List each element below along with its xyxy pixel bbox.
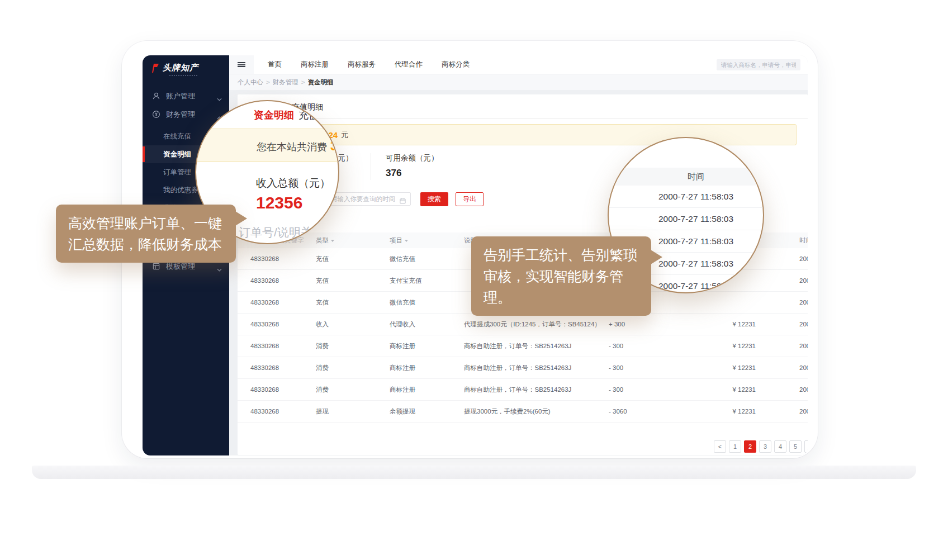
brand-slogan-dots: [169, 75, 197, 76]
finance-icon: [152, 110, 160, 118]
laptop-base: [32, 466, 916, 479]
cell-amount: - 300: [609, 379, 623, 401]
nav-item-home[interactable]: 首页: [258, 55, 291, 74]
chevron-down-icon: [217, 265, 222, 273]
cell-amount: - 3060: [609, 401, 627, 423]
cell-project: 商标注册: [390, 357, 415, 379]
cell-amount: + 300: [609, 314, 625, 335]
table-row[interactable]: 48330268 消费 商标注册 商标自助注册，订单号：SB2514263J -…: [238, 335, 808, 357]
breadcrumb: 个人中心>财务管理>资金明细: [229, 74, 808, 90]
cell-project: 商标注册: [390, 379, 415, 401]
callout-arrow-right-icon: [235, 211, 247, 226]
cell-type: 充值: [316, 248, 329, 270]
col-header-project[interactable]: 项目: [390, 232, 408, 248]
magnified-consumption-banner: 您在本站共消费32124元: [195, 129, 339, 162]
cell-type: 提现: [316, 401, 329, 423]
brand-logo[interactable]: 头牌知产: [143, 55, 229, 82]
cell-time: 2000-7-27 11:58:03: [799, 379, 808, 401]
cell-type: 收入: [316, 314, 329, 335]
cell-order: 48330268: [250, 292, 279, 314]
stat-label: 可用余额（元）: [386, 153, 439, 163]
cell-order: 48330268: [250, 379, 279, 401]
cell-desc: 商标自助注册，订单号：SB2514263J: [464, 379, 571, 401]
cell-balance: ¥ 12231: [718, 379, 756, 401]
sidebar-group-label: 财务管理: [166, 110, 195, 120]
cell-time: 2000-7-27 11:58:03: [799, 401, 808, 423]
time-query-input[interactable]: [326, 192, 411, 206]
cell-order: 48330268: [250, 314, 279, 335]
magnified-banner-prefix: 您在本站共消费: [257, 141, 327, 153]
nav-item-trademark-services[interactable]: 商标服务: [338, 55, 385, 74]
sidebar-group-label: 模板管理: [166, 262, 195, 272]
cell-desc: 代理提成300元（ID:1245，订单号：SB45124）: [464, 314, 601, 335]
hamburger-icon: [238, 61, 245, 68]
cell-time: 2000-7-27 11:58:03: [799, 314, 808, 335]
callout-right-line3: 理。: [484, 287, 639, 308]
magnified-tab-funds-detail: 资金明细: [254, 108, 294, 122]
cell-project: 代理收入: [390, 314, 415, 335]
breadcrumb-personal-center[interactable]: 个人中心: [238, 79, 263, 86]
breadcrumb-separator: >: [266, 79, 270, 86]
magnified-time-row: 2000-7-27 11:58:03: [609, 186, 763, 208]
cell-balance: ¥ 12231: [718, 401, 756, 423]
callout-left: 高效管理账户订单、一键 汇总数据，降低财务成本: [56, 205, 236, 263]
cell-project: 支付宝充值: [390, 270, 422, 292]
cell-time: 2000-7-27 11:58:03: [799, 357, 808, 379]
brand-logo-icon: [150, 63, 159, 73]
cell-order: 48330268: [250, 248, 279, 270]
sidebar-group-label: 账户管理: [166, 91, 195, 101]
table-row[interactable]: 48330268 提现 余额提现 提现3000元，手续费2%(60元) - 30…: [238, 401, 808, 423]
cell-type: 消费: [316, 357, 329, 379]
pagination: < 1 2 3 4 5: [714, 440, 808, 453]
nav-item-agent-cooperation[interactable]: 代理合作: [385, 55, 432, 74]
callout-right-line2: 审核，实现智能财务管: [484, 265, 639, 287]
cell-project: 微信充值: [390, 248, 415, 270]
cell-time: 2000-7-27 11:58:03: [799, 270, 808, 292]
breadcrumb-current: 资金明细: [307, 79, 333, 86]
breadcrumb-finance[interactable]: 财务管理: [273, 79, 298, 86]
sort-caret-icon: [405, 240, 408, 242]
magnified-time-header: 时间: [609, 168, 763, 186]
table-row[interactable]: 48330268 消费 商标注册 商标自助注册，订单号：SB2514263J -…: [238, 379, 808, 401]
sidebar-item-account-management[interactable]: 账户管理: [143, 87, 229, 105]
nav-item-trademark-classification[interactable]: 商标分类: [432, 55, 479, 74]
stat-available-balance: 可用余额（元） 376: [386, 150, 439, 179]
nav-item-trademark-registration[interactable]: 商标注册: [291, 55, 338, 74]
callout-left-line1: 高效管理账户订单、一键: [68, 212, 224, 234]
magnified-time-row: 2000-7-27 11:58:03: [609, 208, 763, 230]
cell-project: 微信充值: [390, 292, 415, 314]
magnified-income-label: 收入总额（元）: [256, 176, 330, 191]
cell-project: 余额提现: [390, 401, 415, 423]
page-prev-button[interactable]: <: [714, 440, 726, 453]
trademark-search-input[interactable]: [717, 59, 800, 70]
cell-balance: ¥ 12231: [718, 335, 756, 357]
cell-order: 48330268: [250, 357, 279, 379]
cell-order: 48330268: [250, 401, 279, 423]
page: 头牌知产 账户管理 财务管理: [0, 0, 948, 560]
template-icon: [152, 262, 160, 270]
cell-desc: 提现3000元，手续费2%(60元): [464, 401, 551, 423]
cell-balance: ¥ 12231: [718, 314, 756, 335]
table-row[interactable]: 48330268 收入 代理收入 代理提成300元（ID:1245，订单号：SB…: [238, 314, 808, 335]
calendar-icon[interactable]: [400, 196, 406, 206]
cell-desc: 商标自助注册，订单号：SB2514263J: [464, 357, 571, 379]
cell-project: 商标注册: [390, 335, 415, 357]
top-navbar: 首页 商标注册 商标服务 代理合作 商标分类: [229, 55, 808, 74]
page-button-1[interactable]: 1: [729, 440, 741, 453]
search-button[interactable]: 搜索: [420, 192, 448, 206]
page-button-3[interactable]: 3: [759, 440, 771, 453]
cell-order: 48330268: [250, 335, 279, 357]
table-row[interactable]: 48330268 消费 商标注册 商标自助注册，订单号：SB2514263J -…: [238, 357, 808, 379]
cell-order: 48330268: [250, 270, 279, 292]
cell-time: 2000-7-27 11:58:03: [799, 335, 808, 357]
sidebar-toggle-button[interactable]: [229, 55, 254, 74]
page-button-4[interactable]: 4: [774, 440, 786, 453]
cell-desc: 商标自助注册，订单号：SB2514263J: [464, 335, 571, 357]
banner-suffix: 元: [341, 130, 349, 140]
page-button-2-active[interactable]: 2: [744, 440, 756, 453]
col-header-type[interactable]: 类型: [316, 232, 334, 248]
magnified-income-value: 12356: [256, 193, 302, 212]
export-button[interactable]: 导出: [456, 192, 484, 206]
page-button-5[interactable]: 5: [789, 440, 802, 453]
chevron-down-icon: [217, 94, 222, 103]
